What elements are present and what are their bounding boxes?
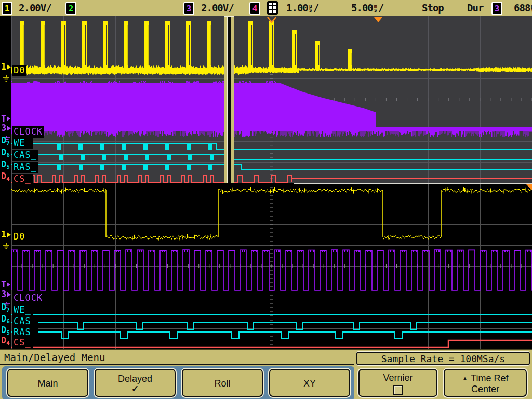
bus-d6-marker-upper[interactable]: D6 bbox=[1, 148, 10, 157]
right-arrow-icon bbox=[7, 64, 11, 70]
trace-label-ras-upper: RAS_ bbox=[12, 162, 38, 173]
bus-d7-marker-lower[interactable]: D7 bbox=[1, 303, 10, 312]
checkbox-icon bbox=[393, 385, 403, 395]
softkey-vernier[interactable]: Vernier bbox=[358, 369, 437, 397]
trace-label-cas-lower: CAS_ bbox=[12, 316, 38, 327]
ground-icon bbox=[3, 74, 10, 84]
menu-title: Main/Delayed Menu bbox=[4, 352, 105, 363]
right-arrow-icon bbox=[7, 126, 11, 131]
bus-d7-marker-upper[interactable]: D7 bbox=[1, 136, 10, 145]
softkey-time-ref-label2: Center bbox=[448, 384, 523, 395]
status-bar: 1 2.00V/ 2 3 2.00V/ 4 1.00µs/ 5.00ms/ St… bbox=[0, 0, 532, 16]
trigger-level-marker-lower[interactable]: T bbox=[1, 280, 11, 289]
ch3-ground-marker-upper[interactable]: 3 bbox=[1, 124, 11, 132]
softkey-delayed[interactable]: Delayed ✓ bbox=[95, 369, 176, 397]
channel-2-badge[interactable]: 2 bbox=[65, 2, 76, 15]
ground-icon bbox=[3, 242, 10, 252]
softkey-xy[interactable]: XY bbox=[269, 369, 350, 397]
trace-label-d0-upper: D0 bbox=[12, 65, 26, 76]
softkey-roll-label: Roll bbox=[186, 378, 259, 389]
softkey-time-ref[interactable]: ▲Time Ref Center bbox=[444, 369, 527, 397]
trace-label-clock-upper: CLOCK bbox=[12, 126, 44, 138]
bus-d4-marker-lower[interactable]: D4 bbox=[1, 336, 10, 345]
trace-label-d0-lower: D0 bbox=[12, 231, 26, 243]
softkey-delayed-label: Delayed bbox=[99, 374, 171, 384]
trace-label-clock-lower: CLOCK bbox=[12, 292, 44, 304]
delayed-timebase: 5.00ms/ bbox=[351, 2, 383, 14]
channel-3-scale: 2.00V/ bbox=[201, 2, 234, 14]
sample-rate-readout: Sample Rate = 100MSa/s bbox=[356, 352, 530, 365]
main-timebase: 1.00µs/ bbox=[286, 2, 318, 14]
right-arrow-icon bbox=[7, 282, 11, 287]
bus-d5-marker-upper[interactable]: D5 bbox=[1, 160, 10, 169]
right-arrow-icon bbox=[7, 232, 11, 237]
right-arrow-icon bbox=[7, 292, 11, 297]
channel-4-badge[interactable]: 4 bbox=[249, 2, 260, 15]
trace-label-cs-upper: CS_ bbox=[12, 174, 33, 185]
main-timebase-value: 1.00 bbox=[286, 2, 308, 14]
trace-label-cas-upper: CAS_ bbox=[12, 150, 38, 161]
right-arrow-icon bbox=[7, 116, 11, 121]
softkey-roll[interactable]: Roll bbox=[182, 369, 263, 397]
channel-3-badge[interactable]: 3 bbox=[183, 2, 194, 15]
channel-1-badge[interactable]: 1 bbox=[2, 2, 12, 15]
softkey-xy-label: XY bbox=[273, 378, 346, 389]
waveform-canvas bbox=[0, 0, 532, 349]
trace-label-ras-lower: RAS_ bbox=[12, 327, 38, 338]
ch1-ground-marker-upper[interactable]: 1 bbox=[1, 62, 11, 71]
softkey-time-ref-label: Time Ref bbox=[471, 373, 508, 384]
selector-arrow-icon: ▲ bbox=[462, 376, 468, 381]
oscilloscope-screen: 1 2.00V/ 2 3 2.00V/ 4 1.00µs/ 5.00ms/ St… bbox=[0, 0, 532, 399]
delayed-timebase-value: 5.00 bbox=[351, 2, 373, 14]
bus-d6-marker-lower[interactable]: D6 bbox=[1, 314, 10, 323]
trigger-source-badge: 3 bbox=[491, 2, 502, 15]
ch3-ground-marker-lower[interactable]: 3 bbox=[1, 290, 11, 299]
channel-1-scale: 2.00V/ bbox=[19, 2, 51, 14]
softkey-main[interactable]: Main bbox=[7, 369, 88, 397]
softkey-menu: Main/Delayed Menu Sample Rate = 100MSa/s… bbox=[0, 349, 532, 399]
trigger-mode: Dur bbox=[467, 2, 483, 14]
softkey-vernier-label: Vernier bbox=[363, 373, 433, 383]
acquisition-state: Stop bbox=[422, 2, 444, 14]
trigger-level: 688mV bbox=[514, 2, 532, 14]
check-icon: ✓ bbox=[99, 384, 171, 394]
trigger-level-marker-upper[interactable]: T bbox=[1, 114, 11, 123]
bus-d5-marker-lower[interactable]: D5 bbox=[1, 326, 10, 335]
delayed-window-icon bbox=[267, 1, 278, 15]
trace-label-cs-lower: CS_ bbox=[12, 337, 33, 349]
menu-underline bbox=[0, 364, 354, 365]
ch1-ground-marker-lower[interactable]: 1 bbox=[1, 230, 11, 239]
softkey-main-label: Main bbox=[11, 378, 84, 389]
trace-label-we-lower: WE_ bbox=[12, 304, 33, 316]
bus-d4-marker-upper[interactable]: D4 bbox=[1, 172, 10, 181]
trace-label-we-upper: WE_ bbox=[12, 138, 33, 149]
